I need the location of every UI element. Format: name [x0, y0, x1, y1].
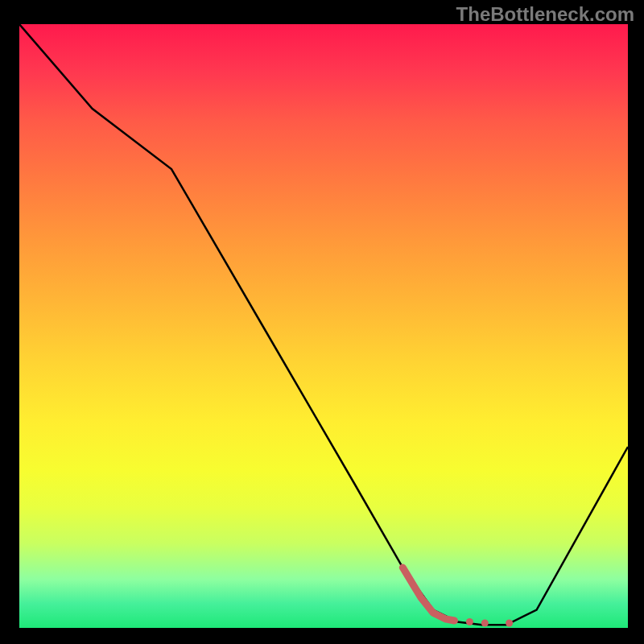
plot-area [19, 24, 628, 628]
bottleneck-curve [19, 24, 628, 625]
optimal-range-marker [402, 568, 454, 621]
marker-dot [481, 620, 489, 627]
marker-dot [466, 618, 473, 625]
chart-svg [19, 24, 628, 628]
watermark-text: TheBottleneck.com [456, 3, 634, 26]
marker-dot [506, 620, 513, 627]
